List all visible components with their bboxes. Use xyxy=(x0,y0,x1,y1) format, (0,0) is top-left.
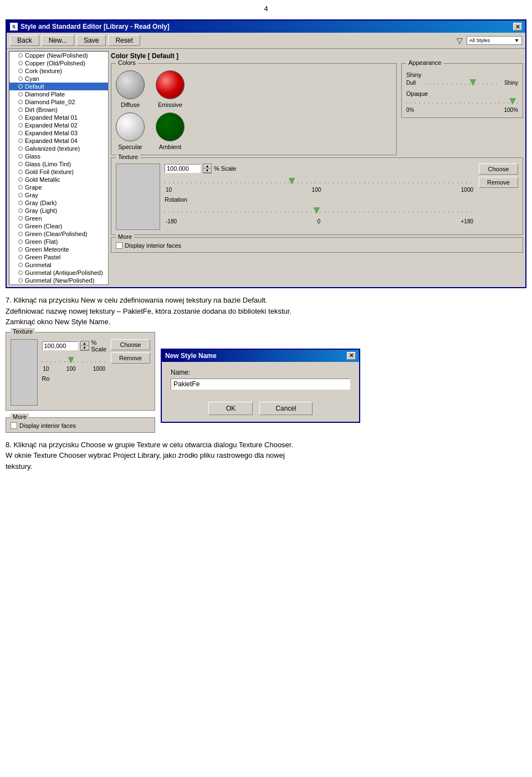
bottom-choose-button[interactable]: Choose xyxy=(111,339,150,350)
tree-bullet xyxy=(18,170,23,174)
texture-remove-button[interactable]: Remove xyxy=(479,177,518,188)
diffuse-sphere[interactable] xyxy=(116,70,145,99)
tree-item-expanded-metal-02[interactable]: Expanded Metal 02 xyxy=(9,121,108,129)
tree-item[interactable]: Green (Clear/Polished) xyxy=(9,230,108,238)
shiny-right-label: Shiny xyxy=(503,80,518,86)
ambient-color: Ambient xyxy=(156,113,185,150)
tree-item[interactable]: Green (Flat) xyxy=(9,238,108,246)
tree-item[interactable]: Gold Foil (texture) xyxy=(9,168,108,176)
emissive-sphere[interactable] xyxy=(156,70,185,99)
tree-item[interactable]: Gray (Light) xyxy=(9,207,108,214)
tree-item[interactable]: Expanded Metal 04 xyxy=(9,137,108,145)
nsn-name-input[interactable] xyxy=(171,379,350,390)
dialog-titlebar: S Style and Standard Editor [Library - R… xyxy=(7,21,525,33)
tree-bullet xyxy=(18,92,23,96)
tree-bullet xyxy=(18,84,23,89)
scale-mid-label: 100 xyxy=(312,187,321,193)
bottom-remove-button[interactable]: Remove xyxy=(111,352,150,364)
tree-item[interactable]: Expanded Metal 03 xyxy=(9,129,108,137)
scale-input[interactable] xyxy=(165,164,201,173)
content-panel: Color Style [ Default ] Colors Diffuse xyxy=(111,51,523,285)
tree-item[interactable]: Diamond Plate_02 xyxy=(9,98,108,106)
nsn-ok-button[interactable]: OK xyxy=(208,402,253,415)
tree-item[interactable]: Copper (Old/Polished) xyxy=(9,59,108,67)
tree-item[interactable]: Cork (texture) xyxy=(9,67,108,75)
bottom-scale-max: 1000 xyxy=(93,366,105,372)
bottom-spin-down-button[interactable]: ▼ xyxy=(81,346,89,350)
bottom-display-interior-checkbox[interactable] xyxy=(11,422,17,429)
bottom-section: Texture ▲ ▼ % Scale xyxy=(6,332,526,433)
tree-item[interactable]: Green Pastel xyxy=(9,253,108,261)
scale-unit-label: % Scale xyxy=(214,165,236,172)
appearance-section: Appearance Shiny Dull Shiny Opaq xyxy=(401,63,523,155)
bottom-texture-controls: ▲ ▼ % Scale 10 100 1000 xyxy=(42,339,107,406)
bottom-left-column: Texture ▲ ▼ % Scale xyxy=(6,332,155,433)
page-number: 4 xyxy=(0,0,532,15)
tree-bullet xyxy=(18,263,23,267)
tree-item[interactable]: Dirt (Brown) xyxy=(9,106,108,114)
spin-down-button[interactable]: ▼ xyxy=(203,168,211,173)
save-button[interactable]: Save xyxy=(76,35,106,46)
tree-item[interactable]: Expanded Metal 01 xyxy=(9,114,108,121)
bottom-scale-slider[interactable] xyxy=(42,356,107,365)
nsn-close-button[interactable]: ✕ xyxy=(347,352,356,360)
rotation-slider[interactable] xyxy=(165,206,474,215)
spin-up-button[interactable]: ▲ xyxy=(203,164,211,168)
tree-bullet xyxy=(18,270,23,275)
tree-item[interactable]: Gunmetal (Antique/Polished) xyxy=(9,269,108,277)
bottom-scale-min: 10 xyxy=(43,366,49,372)
tree-item[interactable]: Green (Clear) xyxy=(9,222,108,230)
ambient-sphere[interactable] xyxy=(156,113,185,141)
tree-item[interactable]: Glass xyxy=(9,152,108,160)
specular-label: Specular xyxy=(118,144,142,150)
texture-choose-button[interactable]: Choose xyxy=(479,163,518,175)
texture-legend: Texture xyxy=(116,154,140,160)
tree-item[interactable]: Gunmetal (New/Polished) xyxy=(9,277,108,284)
bottom-scale-unit-label: % Scale xyxy=(91,339,107,352)
nsn-cancel-button[interactable]: Cancel xyxy=(259,402,312,415)
instruction-2-line3: tekstury. xyxy=(6,461,526,472)
display-interior-row: Display interior faces xyxy=(116,242,518,249)
back-button[interactable]: Back xyxy=(10,35,39,46)
tree-item[interactable]: Grape xyxy=(9,183,108,191)
tree-bullet xyxy=(18,139,23,143)
bottom-scale-marks: 10 100 1000 xyxy=(42,366,107,372)
nsn-name-label: Name: xyxy=(171,369,350,376)
bottom-texture-buttons: Choose Remove xyxy=(111,339,150,406)
reset-button[interactable]: Reset xyxy=(108,35,140,46)
bottom-spin-up-button[interactable]: ▲ xyxy=(81,341,89,346)
nsn-dialog-titlebar: New Style Name ✕ xyxy=(162,350,359,362)
all-styles-dropdown[interactable]: All Styles ▼ xyxy=(467,36,522,45)
tree-item-default[interactable]: Default xyxy=(9,83,108,90)
tree-bullet xyxy=(18,53,23,58)
tree-item[interactable]: Gold Metallic xyxy=(9,176,108,183)
instruction-1: 7. Kliknąć na przycisku New w celu zdefi… xyxy=(6,295,526,328)
bottom-scale-input[interactable] xyxy=(42,341,78,350)
style-tree-panel[interactable]: Copper (New/Polished) Copper (Old/Polish… xyxy=(9,51,109,285)
scale-marks: 10 100 1000 xyxy=(165,187,474,193)
dialog-close-button[interactable]: ✕ xyxy=(513,23,522,30)
scale-slider[interactable] xyxy=(165,177,474,186)
tree-item[interactable]: Galvanized (texture) xyxy=(9,145,108,152)
tree-item[interactable]: Gray (Dark) xyxy=(9,199,108,207)
tree-item[interactable]: Diamond Plate xyxy=(9,90,108,98)
specular-sphere[interactable] xyxy=(116,113,145,141)
rotation-marks: -180 0 +180 xyxy=(165,218,474,224)
tree-item[interactable]: Copper (New/Polished) xyxy=(9,52,108,59)
tree-item[interactable]: Gray xyxy=(9,191,108,199)
tree-item[interactable]: Cyan xyxy=(9,75,108,83)
emissive-label: Emissive xyxy=(158,101,182,108)
pct-0-label: 0% xyxy=(406,107,414,113)
specular-color: Specular xyxy=(116,113,145,150)
bottom-more-legend: More xyxy=(11,413,29,420)
tree-bullet xyxy=(18,247,23,252)
bottom-scale-mid: 100 xyxy=(66,366,76,372)
tree-item[interactable]: Gunmetal xyxy=(9,261,108,269)
tree-bullet xyxy=(18,76,23,81)
tree-item[interactable]: Green Meteorite xyxy=(9,246,108,253)
tree-item[interactable]: Green xyxy=(9,214,108,222)
display-interior-checkbox[interactable] xyxy=(116,242,122,249)
texture-inner: ▲ ▼ % Scale 10 100 xyxy=(116,163,518,230)
tree-item[interactable]: Glass (Limo Tint) xyxy=(9,160,108,168)
new-button[interactable]: New... xyxy=(42,35,74,46)
